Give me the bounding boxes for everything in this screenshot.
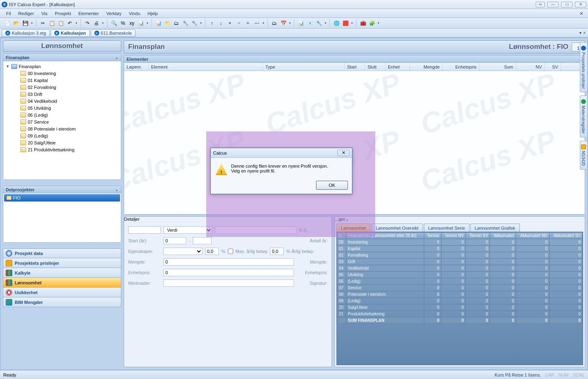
rtable-col[interactable]: Akkumulert SV bbox=[549, 233, 582, 239]
nav-button[interactable]: Prosjekt data bbox=[3, 248, 121, 258]
toolbar-button[interactable]: xy bbox=[128, 19, 136, 27]
grid-col-header[interactable]: SV bbox=[545, 63, 561, 71]
toolbar-dropdown-icon[interactable]: ▾ bbox=[146, 19, 149, 27]
tree-item[interactable]: 09 (Ledig) bbox=[4, 132, 120, 139]
toolbar-button[interactable]: 📧 bbox=[306, 19, 314, 27]
result-tab[interactable]: Lønnsomhet Grafisk bbox=[470, 224, 520, 232]
toolbar-button[interactable]: 💾 bbox=[21, 19, 29, 27]
toolbar-dropdown-icon[interactable]: ▾ bbox=[30, 19, 33, 27]
det-enhetspris-input[interactable] bbox=[163, 269, 294, 276]
close-button[interactable]: ✕ bbox=[575, 2, 586, 7]
swap-button[interactable]: ⇔ bbox=[536, 2, 545, 7]
toolbar-button[interactable]: 🔍 bbox=[110, 19, 118, 27]
toolbar-button[interactable]: 🔧 bbox=[181, 19, 189, 27]
doctabs-menu-icon[interactable]: ▾ bbox=[579, 31, 581, 35]
toolbar-button[interactable]: 🧰 bbox=[359, 19, 367, 27]
grid-col-header[interactable]: Start bbox=[345, 63, 365, 71]
toolbar-button[interactable]: ＋ bbox=[226, 19, 234, 27]
nav-button[interactable]: Usikkerhet bbox=[3, 288, 121, 297]
subproject-fio[interactable]: FIO bbox=[4, 194, 120, 202]
toolbar-button[interactable]: ↑ bbox=[208, 19, 216, 27]
dock-tab-prislinjer[interactable]: Prosjektets prislinjer bbox=[580, 42, 587, 92]
tree-item[interactable]: 03 Drift bbox=[4, 91, 120, 98]
grid-col-header[interactable]: Løpenr. bbox=[124, 63, 149, 71]
dock-tab-ns3420[interactable]: NS3420 bbox=[580, 141, 587, 169]
rtable-row[interactable]: 21Produktivitetsøkning000000 bbox=[337, 311, 583, 317]
result-tab[interactable]: Lønnsomhet Serie bbox=[424, 224, 470, 232]
grid-col-header[interactable]: Element bbox=[149, 63, 263, 71]
toolbar-dropdown-icon[interactable]: ▾ bbox=[75, 19, 78, 27]
rtable-col[interactable]: Termin NV bbox=[441, 233, 466, 239]
tree-item[interactable]: 21 Produktivitetsøkning bbox=[4, 146, 120, 153]
toolbar-dropdown-icon[interactable]: ▾ bbox=[377, 19, 380, 27]
toolbar-button[interactable]: 🔧 bbox=[315, 19, 323, 27]
toolbar-button[interactable]: 📋 bbox=[57, 19, 65, 27]
tree-item[interactable]: 07 Service bbox=[4, 118, 120, 125]
rtable-row[interactable]: 05Utvikling000000 bbox=[337, 272, 583, 278]
menu-verktoy[interactable]: Verktøy bbox=[102, 10, 125, 17]
menu-hjelp[interactable]: Hjelp bbox=[144, 10, 161, 17]
toolbar-button[interactable]: 🖨 bbox=[92, 19, 100, 27]
rtable-row[interactable]: 01Kapital000000 bbox=[337, 246, 583, 252]
toolbar-button[interactable]: 📂 bbox=[12, 19, 20, 27]
rtable-row[interactable]: 00Investering000000 bbox=[337, 239, 583, 246]
toolbar-button[interactable]: 🗂 bbox=[270, 19, 278, 27]
splitter[interactable] bbox=[3, 182, 121, 184]
grid-col-header[interactable]: Enhetspris bbox=[443, 63, 479, 71]
toolbar-button[interactable]: 🔧 bbox=[190, 19, 198, 27]
rtable-row[interactable]: SUM FINANSPLAN000000 bbox=[337, 317, 583, 324]
tree-item[interactable]: 08 Potensiale i eiendom bbox=[4, 125, 120, 132]
det-name-input[interactable] bbox=[128, 226, 161, 234]
grid-col-header[interactable]: Enhet bbox=[385, 63, 410, 71]
menu-vindu[interactable]: Vindu bbox=[125, 10, 144, 17]
doctabs-close-icon[interactable]: × bbox=[583, 31, 586, 35]
tree-item[interactable]: 04 Vedlikehold bbox=[4, 98, 120, 104]
toolbar-button[interactable]: 📋 bbox=[48, 19, 56, 27]
tree-root[interactable]: ▾Finansplan bbox=[4, 63, 120, 70]
menu-prosjekt[interactable]: Prosjekt bbox=[51, 10, 75, 17]
det-egenskaper-select[interactable] bbox=[163, 248, 203, 255]
rtable-col[interactable]: # bbox=[337, 233, 346, 239]
rtable-col[interactable]: Finanskonto (Lønnsomhet etter 20 år) bbox=[346, 233, 424, 239]
nav-button[interactable]: Kalkyle bbox=[3, 268, 121, 278]
toolbar-button[interactable]: ↶ bbox=[66, 19, 74, 27]
doc-tab[interactable]: eKalkulasjon bbox=[51, 29, 90, 37]
rtable-row[interactable]: 03Drift000000 bbox=[337, 259, 583, 265]
toolbar-dropdown-icon[interactable]: ▾ bbox=[324, 19, 327, 27]
grid-header[interactable]: Løpenr.ElementTypeStartSluttEnhetMengdeE… bbox=[124, 63, 585, 71]
toolbar-button[interactable]: ↷ bbox=[83, 19, 91, 27]
toolbar-button[interactable]: 🟥 bbox=[341, 19, 350, 27]
modal-close-icon[interactable]: ✕ bbox=[337, 150, 350, 156]
det-start-input[interactable] bbox=[163, 237, 186, 244]
toolbar-dropdown-icon[interactable]: ▾ bbox=[101, 19, 105, 27]
rtable-col[interactable]: Termin bbox=[424, 233, 441, 239]
toolbar-dropdown-icon[interactable]: ▾ bbox=[288, 19, 292, 27]
toolbar-button[interactable]: ÷ bbox=[244, 19, 252, 27]
rtable-row[interactable]: 06(Ledig)000000 bbox=[337, 278, 583, 285]
toolbar-button[interactable]: 📄 bbox=[3, 19, 11, 27]
grid-col-header[interactable]: Mengde bbox=[410, 63, 443, 71]
toolbar-button[interactable]: ↓ bbox=[217, 19, 225, 27]
det-max-checkbox[interactable] bbox=[228, 248, 233, 255]
toolbar-button[interactable]: 📊 bbox=[154, 19, 163, 27]
splitter[interactable] bbox=[3, 244, 121, 247]
collapse-icon[interactable]: ⌄ bbox=[115, 55, 118, 60]
toolbar-dropdown-icon[interactable]: ▾ bbox=[262, 19, 265, 27]
toolbar-button[interactable]: 📁 bbox=[163, 19, 172, 27]
toolbar-button[interactable]: % bbox=[119, 19, 127, 27]
det-verdi-select[interactable]: Verdi bbox=[163, 226, 212, 234]
doc-tab[interactable]: eKalkulasjon 3.etg bbox=[2, 29, 50, 37]
toolbar-button[interactable]: 🧩 bbox=[368, 19, 376, 27]
det-mengde-input[interactable] bbox=[163, 258, 294, 266]
toolbar-button[interactable]: ✂ bbox=[39, 19, 47, 27]
subproject-list[interactable]: FIO bbox=[3, 193, 121, 242]
toolbar-button[interactable]: － bbox=[235, 19, 243, 27]
toolbar-dropdown-icon[interactable]: ▾ bbox=[199, 19, 203, 27]
det-start2-input[interactable] bbox=[193, 237, 212, 244]
det-merknader-input[interactable] bbox=[163, 279, 294, 287]
nav-button[interactable]: Prosjektets prislinjer bbox=[3, 258, 121, 268]
toolbar-button[interactable]: 🗂 bbox=[172, 19, 180, 27]
rtable-row[interactable]: 04Vedlikehold000000 bbox=[337, 265, 583, 272]
grid-col-header[interactable]: Type bbox=[263, 63, 345, 71]
mdi-close-icon[interactable]: × bbox=[577, 10, 586, 17]
